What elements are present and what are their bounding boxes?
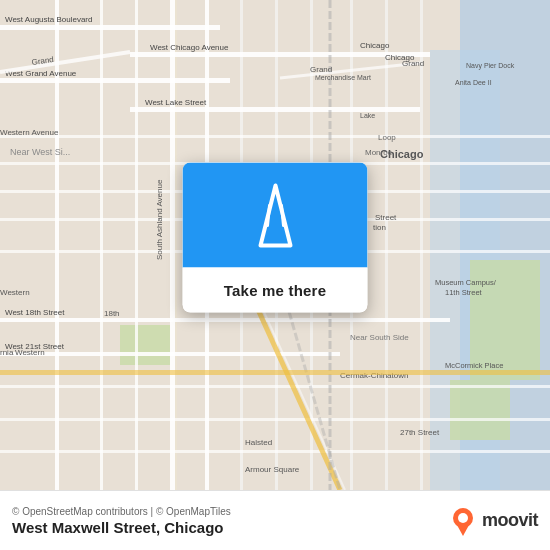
svg-text:Near South Side: Near South Side [350, 333, 409, 342]
location-title: West Maxwell Street, Chicago [12, 519, 231, 536]
svg-text:Near West Si...: Near West Si... [10, 147, 70, 157]
svg-rect-21 [130, 107, 420, 112]
svg-rect-30 [0, 418, 550, 421]
svg-text:Navy Pier Dock: Navy Pier Dock [466, 62, 515, 70]
bottom-left: © OpenStreetMap contributors | © OpenMap… [12, 506, 231, 536]
svg-text:rnia: rnia [0, 348, 14, 357]
svg-rect-69 [0, 370, 550, 375]
svg-text:Halsted: Halsted [245, 438, 272, 447]
svg-text:West 18th Street: West 18th Street [5, 308, 65, 317]
svg-text:West Augusta Boulevard: West Augusta Boulevard [5, 15, 92, 24]
svg-line-77 [281, 205, 283, 225]
svg-rect-4 [120, 325, 170, 365]
svg-text:McCormick Place: McCormick Place [445, 361, 503, 370]
svg-text:11th Street: 11th Street [445, 288, 483, 297]
bottom-bar: © OpenStreetMap contributors | © OpenMap… [0, 490, 550, 550]
moovit-text: moovit [482, 510, 538, 531]
svg-text:South Ashland Avenue: South Ashland Avenue [155, 179, 164, 260]
svg-rect-18 [0, 25, 220, 30]
svg-text:Monroe: Monroe [365, 148, 393, 157]
svg-rect-7 [175, 0, 177, 490]
svg-rect-29 [0, 385, 550, 388]
svg-text:Merchandise Mart: Merchandise Mart [315, 74, 371, 81]
svg-text:Anita Dee II: Anita Dee II [455, 79, 492, 86]
svg-point-79 [458, 513, 468, 523]
svg-rect-31 [0, 450, 550, 453]
svg-text:Grand: Grand [402, 59, 424, 68]
svg-rect-11 [135, 0, 138, 490]
svg-rect-27 [0, 318, 450, 322]
road-icon [235, 180, 315, 250]
svg-marker-80 [457, 525, 469, 536]
svg-text:Street: Street [375, 213, 397, 222]
svg-text:Western: Western [0, 288, 30, 297]
card-icon-area [183, 163, 368, 268]
svg-rect-6 [170, 0, 175, 490]
svg-rect-5 [450, 380, 510, 440]
svg-marker-75 [260, 185, 290, 245]
svg-text:Armour Square: Armour Square [245, 465, 300, 474]
svg-text:18th: 18th [104, 309, 120, 318]
svg-line-76 [267, 205, 269, 225]
svg-text:Chicago: Chicago [360, 41, 390, 50]
take-me-there-button[interactable]: Take me there [183, 268, 368, 313]
map-container: West Augusta Boulevard West Chicago Aven… [0, 0, 550, 490]
svg-text:West Chicago Avenue: West Chicago Avenue [150, 43, 229, 52]
svg-text:Western Avenue: Western Avenue [0, 128, 59, 137]
svg-text:tion: tion [373, 223, 386, 232]
svg-text:Grand: Grand [310, 65, 332, 74]
svg-text:West Lake Street: West Lake Street [145, 98, 207, 107]
svg-text:Western: Western [15, 348, 45, 357]
svg-rect-28 [0, 352, 340, 356]
svg-rect-10 [100, 0, 103, 490]
svg-text:Loop: Loop [378, 133, 396, 142]
svg-text:Lake: Lake [360, 112, 375, 119]
svg-rect-20 [0, 78, 230, 83]
overlay-card: Take me there [183, 163, 368, 313]
moovit-icon [448, 506, 478, 536]
attribution-text: © OpenStreetMap contributors | © OpenMap… [12, 506, 231, 517]
svg-text:27th Street: 27th Street [400, 428, 440, 437]
svg-rect-22 [0, 135, 550, 138]
moovit-logo[interactable]: moovit [448, 506, 538, 536]
svg-rect-16 [385, 0, 388, 490]
svg-text:Museum Campus/: Museum Campus/ [435, 278, 497, 287]
svg-rect-17 [420, 0, 423, 490]
